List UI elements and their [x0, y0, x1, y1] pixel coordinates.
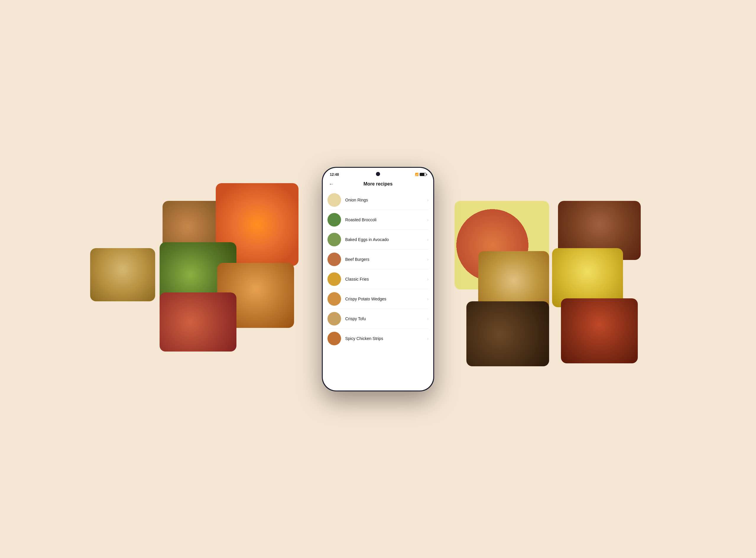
recipe-name-beef-burgers: Beef Burgers: [345, 257, 425, 262]
recipe-item-crispy-potato-wedges[interactable]: Crispy Potato Wedges›: [327, 289, 429, 309]
battery-icon: [420, 173, 426, 176]
recipe-list: Onion Rings›Roasted Broccoli›Baked Eggs …: [323, 190, 433, 348]
recipe-chevron-crispy-tofu: ›: [427, 316, 429, 321]
status-time: 12:48: [330, 173, 339, 177]
recipe-thumb-classic-fries: [327, 272, 341, 286]
wifi-icon: 📶: [415, 173, 418, 176]
recipe-thumb-crispy-tofu: [327, 312, 341, 326]
bg-bruschetta-image: [160, 293, 237, 352]
phone-camera: [376, 172, 380, 176]
bg-dessert-image: [466, 301, 549, 366]
header-title: More recipes: [364, 181, 393, 187]
recipe-item-crispy-tofu[interactable]: Crispy Tofu›: [327, 309, 429, 329]
bg-oranges-image: [216, 183, 298, 266]
recipe-chevron-classic-fries: ›: [427, 277, 429, 281]
phone-screen: 12:48 📶 ← More recipes Onion Rings›Roast…: [323, 168, 433, 390]
recipe-thumb-crispy-potato-wedges: [327, 292, 341, 306]
phone-frame: 12:48 📶 ← More recipes Onion Rings›Roast…: [322, 167, 434, 391]
bg-salmon-image: [455, 201, 549, 289]
recipe-chevron-baked-eggs: ›: [427, 237, 429, 242]
recipe-item-baked-eggs[interactable]: Baked Eggs in Avocado›: [327, 230, 429, 250]
bg-fries-image: [552, 248, 623, 307]
status-icons: 📶: [415, 173, 426, 176]
recipe-thumb-baked-eggs: [327, 233, 341, 246]
recipe-item-spicy-chicken-strips[interactable]: Spicy Chicken Strips›: [327, 329, 429, 348]
recipe-name-spicy-chicken-strips: Spicy Chicken Strips: [345, 336, 425, 341]
recipe-item-classic-fries[interactable]: Classic Fries›: [327, 270, 429, 289]
recipe-thumb-roasted-broccoli: [327, 213, 341, 227]
recipe-chevron-roasted-broccoli: ›: [427, 218, 429, 222]
recipe-thumb-beef-burgers: [327, 253, 341, 266]
phone-mockup: 12:48 📶 ← More recipes Onion Rings›Roast…: [322, 167, 434, 391]
bg-avocado-image: [160, 242, 237, 307]
back-button[interactable]: ←: [328, 181, 334, 187]
recipe-name-roasted-broccoli: Roasted Broccoli: [345, 218, 425, 222]
recipe-chevron-crispy-potato-wedges: ›: [427, 297, 429, 301]
recipe-name-baked-eggs: Baked Eggs in Avocado: [345, 237, 425, 242]
recipe-name-crispy-potato-wedges: Crispy Potato Wedges: [345, 297, 425, 301]
battery-fill: [420, 173, 424, 176]
recipe-thumb-spicy-chicken-strips: [327, 332, 341, 345]
recipe-item-beef-burgers[interactable]: Beef Burgers›: [327, 250, 429, 270]
recipe-item-roasted-broccoli[interactable]: Roasted Broccoli›: [327, 210, 429, 230]
recipe-item-onion-rings[interactable]: Onion Rings›: [327, 190, 429, 210]
recipe-name-onion-rings: Onion Rings: [345, 198, 425, 202]
recipe-chevron-spicy-chicken-strips: ›: [427, 336, 429, 341]
bg-cheesecake-image: [90, 248, 155, 301]
recipe-thumb-onion-rings: [327, 193, 341, 207]
recipe-name-crispy-tofu: Crispy Tofu: [345, 316, 425, 321]
bg-cookies-image: [478, 251, 549, 310]
recipe-name-classic-fries: Classic Fries: [345, 277, 425, 281]
recipe-chevron-onion-rings: ›: [427, 198, 429, 202]
recipe-chevron-beef-burgers: ›: [427, 257, 429, 262]
bg-steak-image: [558, 201, 641, 260]
app-header: ← More recipes: [323, 179, 433, 190]
bg-tarts-image: [163, 201, 245, 266]
bg-fried-food-image: [217, 263, 294, 328]
bg-stirfry-image: [561, 298, 638, 363]
